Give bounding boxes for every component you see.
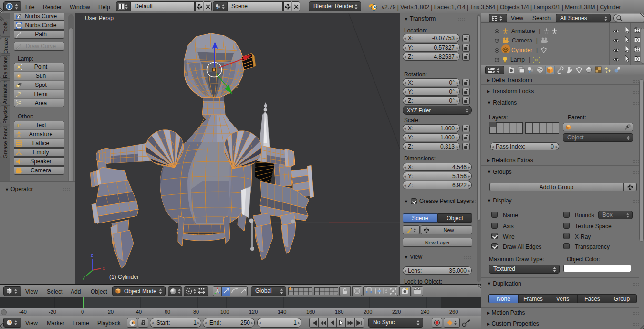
svg-text:(1) Cylinder: (1) Cylinder: [109, 274, 139, 280]
svg-text:x: x: [103, 265, 105, 271]
svg-text:i: i: [9, 4, 10, 9]
svg-text:y: y: [83, 275, 85, 280]
svg-text:F: F: [17, 122, 21, 129]
svg-text:User Persp: User Persp: [85, 15, 114, 21]
svg-text:z: z: [91, 253, 93, 258]
